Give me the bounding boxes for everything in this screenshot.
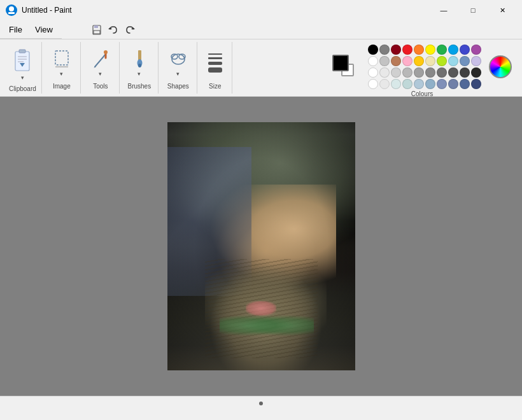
swatch-orange[interactable]	[414, 45, 424, 55]
svg-line-16	[95, 54, 106, 67]
tools-label: Tools	[93, 83, 108, 91]
swatch-purple[interactable]	[471, 45, 481, 55]
palette-row-3	[368, 67, 481, 78]
swatch-lightblue[interactable]	[448, 56, 458, 66]
swatch-white[interactable]	[368, 56, 378, 66]
svg-rect-20	[138, 50, 141, 60]
swatch-blue[interactable]	[448, 45, 458, 55]
undo-quick-button[interactable]	[106, 22, 121, 38]
swatch-r3-6[interactable]	[425, 67, 435, 78]
paint-canvas[interactable]	[167, 122, 355, 370]
svg-rect-4	[94, 25, 98, 28]
swatch-gold[interactable]	[414, 56, 424, 66]
menu-bar: File View	[0, 21, 62, 39]
brushes-button[interactable]: ▾	[126, 46, 153, 80]
swatch-lightgray[interactable]	[379, 56, 390, 66]
swatch-r3-7[interactable]	[437, 67, 447, 78]
swatch-lavender[interactable]	[471, 56, 481, 66]
swatch-r4-8[interactable]	[448, 79, 458, 89]
image-section: ▾ Image	[43, 42, 81, 94]
colours-section: Colours	[326, 42, 518, 94]
minimize-button[interactable]: —	[429, 0, 458, 20]
shapes-section: ▾ Shapes	[160, 42, 197, 94]
swatch-red[interactable]	[402, 45, 413, 55]
shapes-chevron: ▾	[176, 71, 180, 77]
tools-icon	[92, 49, 109, 71]
redo-quick-button[interactable]	[122, 22, 138, 38]
tools-buttons: ▾	[87, 45, 114, 81]
swatch-darkgray[interactable]	[379, 45, 390, 55]
color-selector[interactable]	[332, 55, 358, 79]
swatch-r3-5[interactable]	[414, 67, 424, 78]
swatch-yellow[interactable]	[425, 45, 435, 55]
swatch-r3-9[interactable]	[460, 67, 470, 78]
size-line-3	[208, 62, 222, 65]
swatch-r4-10[interactable]	[471, 79, 481, 89]
canvas-area	[0, 97, 522, 396]
swatch-cream[interactable]	[425, 56, 435, 66]
swatch-r3-1[interactable]	[368, 67, 378, 78]
swatch-r4-2[interactable]	[379, 79, 390, 89]
svg-marker-7	[131, 27, 135, 29]
swatch-r3-10[interactable]	[471, 67, 481, 78]
maximize-button[interactable]: □	[458, 0, 488, 20]
swatch-r4-1[interactable]	[368, 79, 378, 89]
color-picker-wheel[interactable]	[489, 55, 512, 78]
swatch-r4-4[interactable]	[402, 79, 413, 89]
svg-rect-14	[55, 51, 68, 65]
title-bar: Untitled - Paint — □ ✕	[0, 0, 522, 20]
size-line-4	[208, 67, 222, 73]
svg-rect-5	[94, 31, 100, 34]
image-select-button[interactable]: ▾	[48, 46, 75, 80]
tools-section: ▾ Tools	[82, 42, 120, 94]
swatch-r4-7[interactable]	[437, 79, 447, 89]
swatch-r3-8[interactable]	[448, 67, 458, 78]
size-buttons	[204, 45, 227, 81]
swatch-green[interactable]	[437, 45, 447, 55]
svg-rect-9	[19, 50, 25, 53]
swatch-cornblue[interactable]	[460, 56, 470, 66]
shapes-label: Shapes	[167, 83, 189, 91]
window-controls: — □ ✕	[429, 0, 517, 20]
swatch-r4-9[interactable]	[460, 79, 470, 89]
swatch-r4-5[interactable]	[414, 79, 424, 89]
clipboard-button[interactable]: ▾	[9, 45, 36, 84]
status-indicator	[259, 402, 263, 405]
swatch-r3-2[interactable]	[379, 67, 390, 78]
brushes-icon	[130, 49, 148, 71]
swatch-lime[interactable]	[437, 56, 447, 66]
app-icon	[5, 4, 18, 17]
swatch-brown[interactable]	[391, 56, 401, 66]
swatch-navy[interactable]	[460, 45, 470, 55]
swatch-r3-4[interactable]	[402, 67, 413, 78]
palette-row-4	[368, 79, 481, 89]
foreground-color[interactable]	[332, 55, 349, 71]
redo-icon	[125, 25, 135, 35]
palette-row-1	[368, 45, 481, 55]
swatch-darkred[interactable]	[391, 45, 401, 55]
undo-icon	[108, 25, 118, 35]
menu-view[interactable]: View	[29, 22, 59, 37]
tools-button[interactable]: ▾	[87, 46, 114, 80]
size-button[interactable]	[204, 50, 227, 76]
menu-file[interactable]: File	[3, 22, 29, 37]
clipboard-icon	[13, 48, 31, 74]
save-quick-button[interactable]	[89, 22, 104, 38]
swatch-pink[interactable]	[402, 56, 413, 66]
image-label: Image	[53, 83, 71, 91]
swatch-black[interactable]	[368, 45, 378, 55]
toolbar: ▾ Clipboard ▾ Image	[0, 39, 522, 97]
colours-controls	[332, 45, 512, 89]
brushes-buttons: ▾	[126, 45, 153, 81]
window-title: Untitled - Paint	[22, 6, 429, 15]
shapes-button[interactable]: ▾	[165, 46, 192, 80]
swatch-r3-3[interactable]	[391, 67, 401, 78]
brushes-label: Brushes	[127, 83, 151, 91]
swatch-r4-6[interactable]	[425, 79, 435, 89]
brushes-chevron: ▾	[138, 71, 141, 77]
swatch-r4-3[interactable]	[391, 79, 401, 89]
close-button[interactable]: ✕	[488, 0, 517, 20]
svg-point-19	[104, 50, 108, 54]
shapes-icon	[169, 49, 187, 71]
size-line-1	[208, 53, 222, 55]
